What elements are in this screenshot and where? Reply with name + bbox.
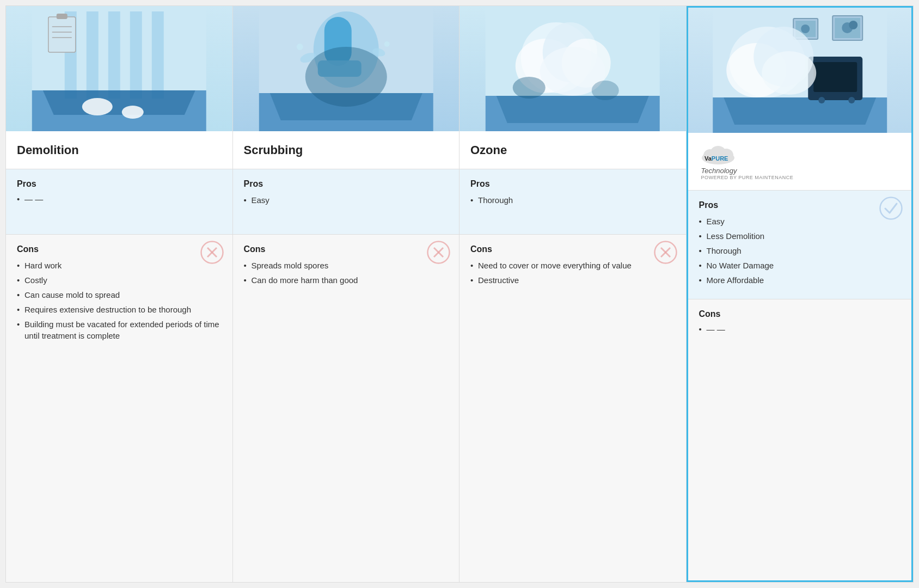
vapure-pro-1: Easy: [699, 216, 901, 227]
svg-point-40: [513, 77, 546, 99]
ozone-cons-section: Cons Need to cover or move everything of…: [459, 235, 686, 582]
svg-point-41: [592, 81, 619, 100]
demolition-pros-label: Pros: [17, 179, 222, 189]
svg-rect-5: [152, 11, 164, 99]
demolition-con-3: Can cause mold to spread: [17, 289, 222, 301]
demolition-pros-dash: — —: [17, 194, 222, 204]
scrubbing-cons-label: Cons: [244, 244, 449, 254]
scrubbing-con-2: Can do more harm than good: [244, 274, 449, 286]
ozone-con-1: Need to cover or move everything of valu…: [470, 260, 675, 271]
column-ozone: Ozone Pros Thorough Cons Need to cover o…: [459, 6, 687, 582]
vapure-image: [688, 8, 912, 133]
ozone-title: Ozone: [470, 143, 507, 157]
vapure-pros-section: Pros Easy Less Demolition Thorough No Wa…: [688, 191, 912, 299]
ozone-con-2: Destructive: [470, 274, 675, 286]
vapure-pro-4: No Water Damage: [699, 260, 901, 271]
vapure-cons-label: Cons: [699, 309, 901, 319]
svg-point-62: [762, 51, 816, 95]
demolition-pros-section: Pros — —: [6, 169, 232, 235]
vapure-cons-section: Cons — —: [688, 299, 912, 580]
vapure-pro-3: Thorough: [699, 245, 901, 256]
demolition-con-2: Costly: [17, 274, 222, 286]
ozone-pro-1: Thorough: [470, 194, 675, 206]
column-vapure: VaPURE Technology POWERED BY PURE MAINTE…: [687, 6, 914, 582]
ozone-image: [459, 6, 686, 131]
vapure-cons-dash: — —: [699, 324, 901, 334]
demolition-cons-list: Hard work Costly Can cause mold to sprea…: [17, 260, 222, 341]
svg-rect-11: [57, 14, 68, 19]
column-scrubbing: Scrubbing Pros Easy Cons Spreads mold sp…: [233, 6, 460, 582]
svg-rect-3: [108, 11, 120, 99]
svg-point-58: [848, 97, 855, 103]
ozone-pros-label: Pros: [470, 179, 675, 189]
svg-marker-7: [43, 90, 195, 115]
svg-rect-56: [813, 62, 857, 92]
svg-point-54: [801, 24, 810, 33]
demolition-con-5: Building must be vacated for extended pe…: [17, 318, 222, 341]
ozone-pros-section: Pros Thorough: [459, 169, 686, 235]
scrubbing-image: [233, 6, 459, 131]
vapure-technology-label: Technology: [701, 167, 737, 175]
vapure-powered-label: POWERED BY PURE MAINTENANCE: [701, 175, 794, 180]
svg-point-28: [305, 47, 387, 107]
comparison-grid: Demolition Pros — — Cons Hard work Costl…: [5, 5, 914, 583]
demolition-image: [6, 6, 232, 131]
scrubbing-title-section: Scrubbing: [233, 131, 459, 169]
scrubbing-con-1: Spreads mold spores: [244, 260, 449, 271]
demolition-title-section: Demolition: [6, 131, 232, 169]
svg-point-26: [296, 44, 303, 50]
column-demolition: Demolition Pros — — Cons Hard work Costl…: [6, 6, 233, 582]
scrubbing-cons-list: Spreads mold spores Can do more harm tha…: [244, 260, 449, 286]
svg-point-9: [122, 106, 144, 119]
vapure-cloud-icon: VaPURE: [699, 143, 737, 166]
demolition-con-4: Requires extensive destruction to be tho…: [17, 304, 222, 315]
svg-rect-2: [87, 11, 99, 99]
ozone-title-section: Ozone: [459, 131, 686, 169]
vapure-pro-5: More Affordable: [699, 274, 901, 286]
scrubbing-pros-list: Easy: [244, 194, 449, 206]
svg-point-51: [849, 21, 857, 29]
ozone-cons-label: Cons: [470, 244, 675, 254]
scrubbing-pros-section: Pros Easy: [233, 169, 459, 235]
demolition-con-1: Hard work: [17, 260, 222, 271]
vapure-pros-label: Pros: [699, 200, 901, 210]
scrubbing-pros-label: Pros: [244, 179, 449, 189]
demolition-title: Demolition: [17, 143, 79, 157]
demolition-cons-section: Cons Hard work Costly Can cause mold to …: [6, 235, 232, 582]
svg-point-57: [818, 97, 825, 103]
svg-point-8: [82, 98, 113, 115]
vapure-pros-list: Easy Less Demolition Thorough No Water D…: [699, 216, 901, 286]
ozone-pros-list: Thorough: [470, 194, 675, 206]
ozone-cons-list: Need to cover or move everything of valu…: [470, 260, 675, 286]
vapure-logo: VaPURE Technology POWERED BY PURE MAINTE…: [699, 143, 794, 180]
scrubbing-title: Scrubbing: [244, 143, 303, 157]
svg-text:VaPURE: VaPURE: [704, 155, 728, 162]
vapure-title-section: VaPURE Technology POWERED BY PURE MAINTE…: [688, 133, 912, 191]
svg-point-27: [384, 41, 389, 47]
scrubbing-cons-section: Cons Spreads mold spores Can do more har…: [233, 235, 459, 582]
svg-marker-34: [497, 96, 649, 123]
vapure-pro-2: Less Demolition: [699, 230, 901, 242]
demolition-cons-label: Cons: [17, 244, 222, 254]
svg-rect-10: [48, 17, 76, 52]
scrubbing-pro-1: Easy: [244, 194, 449, 206]
svg-rect-4: [130, 11, 142, 99]
